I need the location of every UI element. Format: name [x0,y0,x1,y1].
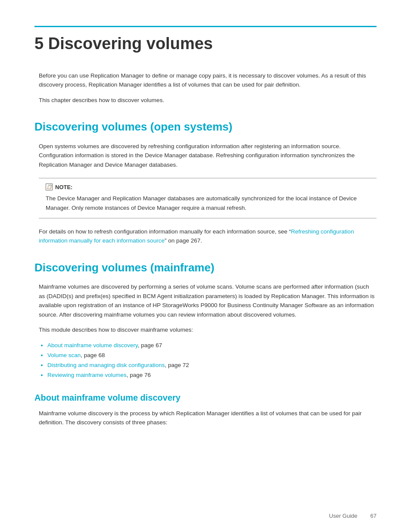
bullet-link-4[interactable]: Reviewing mainframe volumes [47,372,127,378]
bullet-link-1[interactable]: About mainframe volume discovery [47,342,138,348]
after-note-text: For details on how to refresh configurat… [39,227,377,246]
intro-paragraph-2: This chapter describes how to discover v… [39,96,377,105]
section-mainframe-paragraph1: Mainframe volumes are discovered by perf… [39,282,377,319]
section-open-systems-paragraph: Open systems volumes are discovered by r… [39,142,377,170]
chapter-header-line [34,26,377,27]
section-mainframe-paragraph2: This module describes how to discover ma… [39,325,377,335]
footer-guide-label: User Guide [329,513,358,519]
note-box: 📋 NOTE: The Device Manager and Replicati… [39,178,377,218]
note-label-text: NOTE: [55,184,72,190]
intro-paragraph-1: Before you can use Replication Manager t… [39,71,377,90]
open-systems-link[interactable]: Refreshing configuration information man… [39,228,354,244]
list-item: Distributing and managing disk configura… [47,361,377,370]
page-footer: User Guide 67 [329,513,377,519]
note-icon: 📋 [46,184,53,190]
chapter-title: 5 Discovering volumes [34,34,377,54]
mainframe-bullet-list: About mainframe volume discovery, page 6… [47,341,377,380]
list-item: Volume scan, page 68 [47,351,377,361]
footer-page-number: 67 [371,513,377,519]
note-text: The Device Manager and Replication Manag… [46,194,370,212]
section-open-systems-heading: Discovering volumes (open systems) [34,120,377,134]
page-container: 5 Discovering volumes Before you can use… [0,0,411,468]
bullet-link-3[interactable]: Distributing and managing disk configura… [47,362,165,368]
list-item: Reviewing mainframe volumes, page 76 [47,370,377,380]
subsection-about-paragraph: Mainframe volume discovery is the proces… [39,409,377,427]
subsection-about-heading: About mainframe volume discovery [34,392,377,403]
list-item: About mainframe volume discovery, page 6… [47,341,377,351]
bullet-link-2[interactable]: Volume scan [47,352,81,358]
note-label: 📋 NOTE: [46,184,370,190]
section-mainframe-heading: Discovering volumes (mainframe) [34,261,377,274]
